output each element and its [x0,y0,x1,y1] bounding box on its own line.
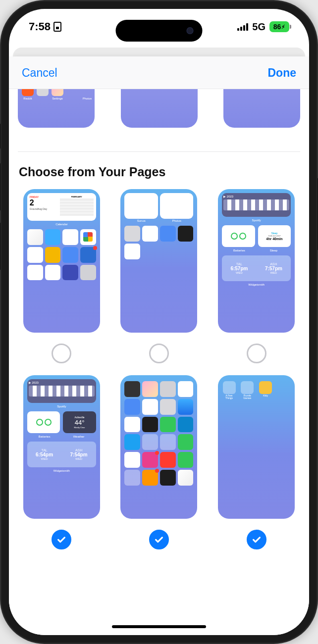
sleep-val: 4hr 40min [266,237,282,241]
app-label: Photos [81,97,93,100]
widget-label: Sleep [257,249,291,252]
checkmark-icon [56,534,67,545]
widget-label: Sonos [124,219,158,222]
divider [18,151,300,152]
page-item: A Few Things Puzzle Games Kitty [212,375,300,549]
folder-label: Puzzle Games [240,395,255,399]
front-camera [187,27,194,34]
screen: 7:58 5G 86⚡︎ Cancel Done Reddit [9,9,309,635]
volume-down-button [0,223,0,270]
iphone-frame: 7:58 5G 86⚡︎ Cancel Done Reddit [0,0,318,644]
page-item: FRIDAY 2 Groundhog Day FEBRUARY Calendar [18,189,106,363]
done-button[interactable]: Done [268,66,297,80]
page-item: ▶ 2023 Spotify Asheville [18,375,106,549]
clock-time: 7:58 [29,20,51,33]
page-item [115,375,203,549]
cal-day-num: 2 [30,198,58,207]
picker-sheet: Cancel Done Reddit Settings Photos [9,56,309,635]
dynamic-island [116,20,203,42]
template-page-thumb[interactable] [223,89,300,128]
widget-label: Widgetsmith [222,283,291,286]
page-selector[interactable] [247,530,266,549]
page-selector[interactable] [149,344,169,363]
focus-icon [53,22,61,32]
home-indicator[interactable] [112,625,206,628]
battery-indicator: 86⚡︎ [269,21,289,32]
page-selector[interactable] [247,344,266,363]
app-label: Reddit [22,97,34,100]
widget-label: Widgetsmith [27,469,96,472]
checkmark-icon [251,534,262,545]
page-item: Sonos Photos [115,189,203,363]
page-thumb[interactable]: A Few Things Puzzle Games Kitty [218,375,295,519]
status-left: 7:58 [29,20,61,33]
page-thumb[interactable]: ▶ 2023 Spotify Asheville [23,375,100,519]
page-thumb[interactable]: Sonos Photos [120,189,197,333]
app-label: Settings [52,97,63,100]
template-page-thumb[interactable]: Reddit Settings Photos [18,89,95,128]
sheet-header: Cancel Done [9,56,309,89]
folder-label: A Few Things [222,395,236,399]
volume-up-button [0,163,0,210]
widget-label: Photos [160,219,194,222]
widget-label: Calendar [27,223,96,226]
cal-event: Groundhog Day [30,207,58,210]
page-thumb[interactable] [120,375,197,519]
page-selector[interactable] [52,344,71,363]
widget-label: Batteries [27,435,62,438]
charging-icon: ⚡︎ [281,24,285,30]
top-template-row: Reddit Settings Photos [18,89,300,128]
sheet-body[interactable]: Reddit Settings Photos Choose from Your … [9,89,309,635]
cellular-signal-icon [237,23,248,31]
mute-switch [0,124,0,149]
widget-label: Batteries [222,249,257,252]
status-right: 5G 86⚡︎ [237,21,289,33]
app-label: Kitty [263,395,268,397]
page-item: ▶ 2023 Spotify Sleep [212,189,300,363]
page-selector[interactable] [149,530,169,549]
page-thumb[interactable]: FRIDAY 2 Groundhog Day FEBRUARY Calendar [23,189,100,333]
pages-grid: FRIDAY 2 Groundhog Day FEBRUARY Calendar [18,189,300,549]
page-selector[interactable] [52,530,71,549]
cancel-button[interactable]: Cancel [22,66,57,80]
widget-label: Spotify [222,219,291,222]
section-title: Choose from Your Pages [19,165,300,179]
template-page-thumb[interactable] [121,89,198,128]
weather-temp: 44° [75,419,85,426]
widget-label: Spotify [27,405,96,408]
checkmark-icon [154,534,164,545]
network-type: 5G [252,21,265,33]
page-thumb[interactable]: ▶ 2023 Spotify Sleep [218,189,295,333]
widget-label: Weather [61,435,96,438]
weather-desc: Mostly Clear [74,426,85,429]
